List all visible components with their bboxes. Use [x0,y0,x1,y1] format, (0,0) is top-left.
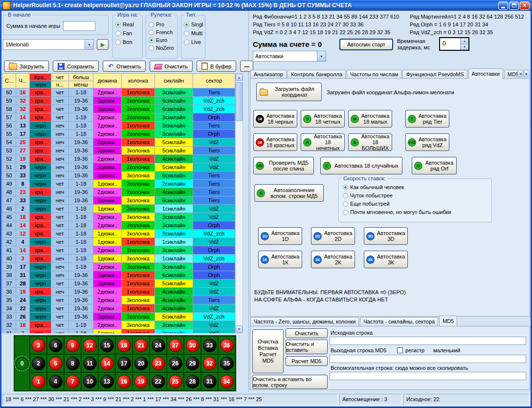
chevron-down-icon[interactable]: ▼ [317,51,326,61]
history-row[interactable]: 3917черннеч1-182дюжи..2колонка3сиклайнOr… [2,263,235,271]
source-string-input[interactable] [330,337,526,345]
board-cell-23[interactable]: 23 [150,354,167,372]
maximize-button[interactable] [509,1,519,10]
toolbar-erase-button[interactable]: Очистить [150,61,193,72]
history-row[interactable]: 4414кра..чет1-182дюжи..2колонка3сиклайнO… [2,221,235,230]
radio-option[interactable]: NoZero [149,44,175,51]
board-cell-26[interactable]: 26 [167,354,184,372]
history-row[interactable]: 4312кра..чет1-181дюжи..3колонка2сиклайнV… [2,230,235,238]
history-row[interactable]: 4114кра..чет1-182дюжи..2колонка3сиклайнO… [2,246,235,255]
autobet-button[interactable]: НАвтоставка 18 нечетных [301,133,345,151]
autobet-button[interactable]: М5Проверить МД5 после спина [253,157,314,174]
radio-option[interactable]: French [149,29,175,36]
history-row[interactable]: 5714кра..чет1-182дюжи..2колонка3сиклайнO… [2,113,235,122]
board-cell-17[interactable]: 17 [115,354,133,372]
board-cell-32[interactable]: 32 [201,354,218,372]
autobet-button[interactable]: ААвтозаполнение вспом. строки МД5 [254,184,324,202]
chevron-down-icon[interactable]: ▼ [85,40,93,49]
start-sum-input[interactable] [63,21,95,31]
history-row[interactable]: 3728чернчет19-363дюжи..1колонка5сиклайнV… [2,279,235,288]
md5-clear-paste-button[interactable]: Очистить и вставить [286,340,328,354]
autobet-button[interactable]: САвтоставка 18 случайных [320,157,402,174]
radio-option[interactable]: Fan [115,30,140,37]
history-row[interactable]: 4733черннеч19-363дюжи..3колонка6сиклайнT… [2,196,235,205]
board-cell-24[interactable]: 24 [150,336,167,354]
radio-option[interactable]: Real [115,21,140,28]
helper-clear-paste-button[interactable]: Очистить и вставить во вспом. строку [252,375,328,389]
board-cell-31[interactable]: 31 [201,372,218,390]
history-row[interactable]: 3619кра..неч19-362дюжи..1колонка4сиклайн… [2,288,235,296]
autobet-button[interactable]: 2КАвтоставка 2К [311,251,355,268]
board-cell-2[interactable]: 2 [30,354,47,372]
history-row[interactable]: 498чернчет1-181дюжи..2колонка2сиклайнTie… [2,180,235,188]
history-row[interactable]: 3326чернчет19-363дюжи..2колонка5сиклайнV… [2,313,235,321]
main-tab[interactable]: Анализатор [250,70,287,79]
radio-option[interactable]: Singl [184,21,202,28]
board-cell-18[interactable]: 18 [115,336,133,354]
autobet-button[interactable]: ОАвтоставка ряд Orf [412,157,457,174]
autobet-button[interactable]: 1DАвтоставка 1D [258,227,302,245]
toolbar-clipboard-button[interactable]: В буфер [197,61,236,72]
history-row[interactable]: 317кра..неч1-181дюжи..1колонка2сиклайнVd… [2,329,235,333]
autobet-button[interactable]: 2DАвтоставка 2D [311,227,355,245]
board-cell-34[interactable]: 34 [218,372,235,390]
radio-option[interactable]: Почти мгновенно, но могут быть ошибки [343,209,488,215]
board-cell-33[interactable]: 33 [201,336,218,354]
history-row[interactable]: 5613черннеч1-182дюжи..1колонка3сиклайнTi… [2,122,235,130]
board-cell-30[interactable]: 30 [184,336,201,354]
board-cell-5[interactable]: 5 [47,354,64,372]
board-cell-19[interactable]: 19 [133,372,150,390]
history-row[interactable]: 5327кра..неч19-363дюжи..3колонка5сиклайн… [2,147,235,155]
board-cell-20[interactable]: 20 [133,354,150,372]
board-cell-25[interactable]: 25 [167,372,184,390]
board-cell-6[interactable]: 6 [47,336,64,354]
board-cell-8[interactable]: 8 [64,354,81,372]
spinner-up-button[interactable]: ▲ [461,38,468,44]
radio-option[interactable]: Multi [184,30,202,37]
radio-option[interactable]: Euro [149,37,175,43]
autobet-button[interactable]: 3DАвтоставка 3D [364,227,408,245]
md5-calc-button[interactable]: Расчет MD5 [286,356,328,366]
board-cell-12[interactable]: 12 [81,336,98,354]
history-row[interactable]: 4823кра..неч19-362дюжи..2колонка4сиклайн… [2,188,235,196]
autobet-button[interactable]: МАвтоставка 18 малых [348,110,392,128]
history-row[interactable]: 3422чернчет19-362дюжи..1колонка4сиклайнV… [2,304,235,313]
md5-stack-button[interactable]: Очистка Вставка Расчет MD5 [252,329,284,373]
history-row[interactable]: 3831черннеч19-363дюжи..1колонка6сиклайнO… [2,271,235,279]
profile-combobox[interactable]: 1Melonati ▼ [3,39,94,50]
autobet-button[interactable]: VdZАвтоставка ряд VdZ [405,133,449,151]
radio-option[interactable]: Еще побыстрей [343,200,488,207]
register-checkbox[interactable] [397,347,403,353]
output-string-input[interactable] [330,355,526,363]
scrollbar-track[interactable] [236,81,243,325]
bottom-tab[interactable]: MD5 [439,316,457,326]
board-cell-13[interactable]: 13 [98,372,115,390]
board-cell-10[interactable]: 10 [81,372,98,390]
board-cell-15[interactable]: 15 [98,336,115,354]
board-cell-11[interactable]: 11 [81,354,98,372]
table-scrollbar[interactable]: ▲ ▼ [235,73,243,333]
history-row[interactable]: 5932кра..чет19-363дюжи..2колонка6сиклайн… [2,97,235,105]
board-cell-22[interactable]: 22 [150,372,167,390]
main-tab[interactable]: MD5 [504,70,517,79]
radio-option[interactable]: Как обычный человек [343,184,488,191]
board-cell-1[interactable]: 1 [30,372,47,390]
autobet-button[interactable]: 3КАвтоставка 3К [364,251,408,268]
board-cell-16[interactable]: 16 [115,372,133,390]
close-button[interactable]: × [520,1,530,10]
autobet-button[interactable]: ЧАвтоставка 18 четных [301,110,345,128]
main-tab[interactable]: Автоставки [468,68,503,79]
radio-option[interactable]: Pro [149,21,175,28]
main-tab[interactable]: Частоты по числам [347,70,401,79]
board-cell-21[interactable]: 21 [133,336,150,354]
main-tab[interactable]: Функционал PsevdoMS [402,70,467,79]
md5-clear-button[interactable]: Очистить [286,328,328,338]
board-cell-14[interactable]: 14 [98,354,115,372]
history-row[interactable]: 424чернчет1-181дюжи..1колонка1сиклайнVdZ [2,238,235,246]
toolbar-undo-button[interactable]: Отменить [103,61,146,72]
board-zero-cell[interactable]: 0 [15,336,30,390]
radio-option[interactable]: Live [184,39,202,45]
history-row[interactable]: 403кра..неч1-181дюжи..3колонка1сиклайнVd… [2,255,235,263]
toolbar-save-button[interactable]: Сохранить [53,61,99,72]
history-row[interactable]: 6016кра..чет1-182дюжи..1колонка3сиклайнT… [2,88,235,97]
